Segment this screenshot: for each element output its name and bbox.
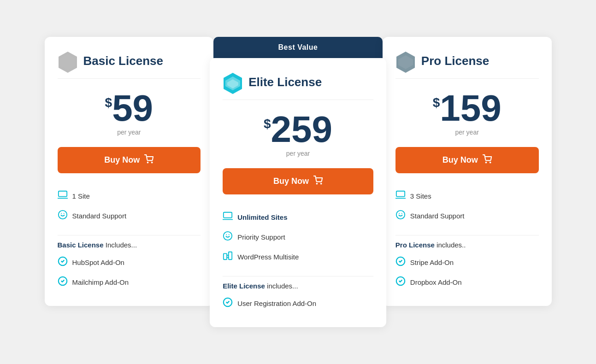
feature-item: Standard Support xyxy=(395,206,539,226)
feature-item: 3 Sites xyxy=(395,186,539,206)
feature-item: WordPress Multisite xyxy=(223,247,373,267)
feature-text: Standard Support xyxy=(72,212,127,220)
price-section-elite: $ 259 per year xyxy=(223,111,373,157)
plan-title-pro: Pro License xyxy=(421,54,489,68)
features-list-basic: 1 Site Standard Support xyxy=(58,186,201,226)
feature-text: 3 Sites xyxy=(410,192,431,200)
plan-card-elite: Elite License $ 259 per year Buy Now Unl… xyxy=(210,58,386,327)
price-amount-basic: 59 xyxy=(112,90,153,127)
buy-button-basic[interactable]: Buy Now xyxy=(58,147,201,173)
price-period-basic: per year xyxy=(58,129,201,136)
svg-rect-28 xyxy=(396,191,405,197)
plan-title-elite: Elite License xyxy=(248,75,322,89)
feature-text: Standard Support xyxy=(410,212,465,220)
price-dollar-pro: $ xyxy=(433,96,440,109)
price-period-elite: per year xyxy=(223,150,373,157)
laptop-icon xyxy=(395,190,406,202)
addon-text: HubSpot Add-On xyxy=(72,258,124,266)
cart-icon-elite xyxy=(313,176,323,187)
feature-item: Standard Support xyxy=(58,206,201,226)
plan-icon-basic xyxy=(58,51,78,71)
addon-list-elite: User Registration Add-On xyxy=(223,294,373,313)
addon-item: User Registration Add-On xyxy=(223,294,373,313)
check-icon xyxy=(395,256,406,269)
addon-item: Stripe Add-On xyxy=(395,252,539,272)
feature-text: WordPress Multisite xyxy=(237,253,299,261)
price-row-basic: $ 59 xyxy=(58,90,201,127)
buy-button-pro[interactable]: Buy Now xyxy=(395,147,539,173)
includes-label-elite: Elite License includes... xyxy=(223,276,373,294)
laptop-icon xyxy=(223,211,233,223)
laptop-icon xyxy=(58,190,68,202)
check-icon xyxy=(58,256,68,269)
feature-item: Unlimited Sites xyxy=(223,207,373,227)
svg-rect-15 xyxy=(224,212,232,218)
cart-icon-pro xyxy=(483,154,492,166)
price-period-pro: per year xyxy=(395,129,539,136)
svg-point-5 xyxy=(58,211,66,219)
addon-list-basic: HubSpot Add-On Mailchimp Add-On xyxy=(58,252,201,292)
features-list-pro: 3 Sites Standard Support xyxy=(395,186,539,226)
feature-text: 1 Site xyxy=(72,192,90,200)
plan-card-pro: Pro License $ 159 per year Buy Now 3 Sit… xyxy=(383,37,552,306)
smile-icon xyxy=(223,231,233,243)
svg-point-3 xyxy=(152,162,153,163)
addon-text: Mailchimp Add-On xyxy=(72,278,129,286)
includes-label-pro: Pro License includes.. xyxy=(395,235,539,252)
addon-text: Dropbox Add-On xyxy=(410,278,462,286)
check-icon xyxy=(58,276,68,288)
addon-item: HubSpot Add-On xyxy=(58,252,201,272)
addon-text: User Registration Add-On xyxy=(237,299,316,307)
svg-point-14 xyxy=(321,183,322,184)
price-row-pro: $ 159 xyxy=(395,90,539,127)
feature-item: 1 Site xyxy=(58,186,201,206)
addon-item: Dropbox Add-On xyxy=(395,272,539,292)
plan-icon-pro xyxy=(395,51,416,71)
check-icon xyxy=(223,297,233,310)
plan-header-pro: Pro License xyxy=(395,51,539,79)
features-list-elite: Unlimited Sites Priority Support WordPre… xyxy=(223,207,373,267)
includes-label-basic: Basic License Includes... xyxy=(58,235,201,252)
svg-point-29 xyxy=(396,211,405,219)
svg-rect-4 xyxy=(58,191,66,197)
check-icon xyxy=(395,276,406,288)
buy-button-elite[interactable]: Buy Now xyxy=(223,168,373,194)
plan-card-basic: Basic License $ 59 per year Buy Now 1 Si… xyxy=(45,37,214,306)
feature-text: Priority Support xyxy=(237,233,285,241)
best-value-banner: Best Value xyxy=(213,37,383,58)
feature-text: Unlimited Sites xyxy=(237,213,287,221)
svg-point-13 xyxy=(317,183,318,184)
multisite-icon xyxy=(223,251,233,263)
svg-point-2 xyxy=(148,162,148,163)
price-dollar-elite: $ xyxy=(264,117,271,130)
addon-item: Mailchimp Add-On xyxy=(58,272,201,292)
plan-header-basic: Basic License xyxy=(58,51,201,79)
plan-icon-elite xyxy=(223,72,243,92)
price-row-elite: $ 259 xyxy=(223,111,373,148)
smile-icon xyxy=(395,210,406,222)
price-amount-pro: 159 xyxy=(440,90,501,127)
svg-point-26 xyxy=(485,162,486,163)
smile-icon xyxy=(58,210,68,222)
plan-header-elite: Elite License xyxy=(223,72,373,100)
plan-title-basic: Basic License xyxy=(83,54,163,68)
pricing-container: Basic License $ 59 per year Buy Now 1 Si… xyxy=(45,37,552,327)
addon-list-pro: Stripe Add-On Dropbox Add-On xyxy=(395,252,539,292)
price-amount-elite: 259 xyxy=(271,111,332,148)
price-dollar-basic: $ xyxy=(105,96,112,109)
svg-point-27 xyxy=(490,162,491,163)
svg-point-16 xyxy=(224,232,232,240)
addon-text: Stripe Add-On xyxy=(410,258,454,266)
feature-item: Priority Support xyxy=(223,227,373,247)
svg-rect-20 xyxy=(229,252,232,260)
price-section-basic: $ 59 per year xyxy=(58,90,201,136)
price-section-pro: $ 159 per year xyxy=(395,90,539,136)
svg-rect-19 xyxy=(224,253,227,259)
cart-icon-basic xyxy=(144,154,153,166)
